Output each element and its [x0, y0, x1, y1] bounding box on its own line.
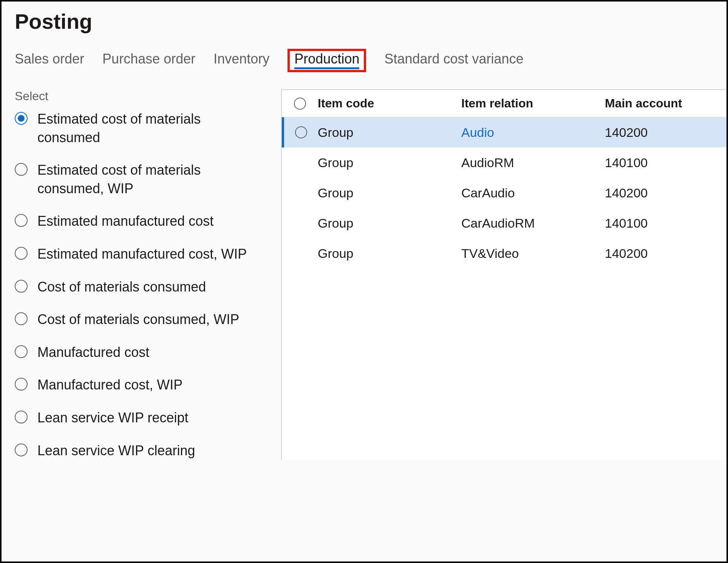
- radio-manufactured-cost[interactable]: Manufactured cost: [13, 343, 270, 362]
- cell-item-relation: CarAudioRM: [461, 216, 535, 230]
- cell-item-code: Group: [318, 246, 354, 261]
- radio-estimated-manufactured-cost-wip[interactable]: Estimated manufactured cost, WIP: [13, 245, 270, 264]
- radio-cost-materials-consumed-wip[interactable]: Cost of materials consumed, WIP: [13, 310, 270, 329]
- column-header-item-code[interactable]: Item code: [318, 96, 461, 110]
- radio-estimated-cost-materials-consumed-wip[interactable]: Estimated cost of materials consumed, WI…: [13, 161, 270, 198]
- radio-list: Estimated cost of materials consumed Est…: [13, 110, 270, 460]
- radio-label: Estimated cost of materials consumed, WI…: [37, 161, 249, 198]
- column-header-item-relation[interactable]: Item relation: [461, 96, 605, 110]
- select-all-checkbox[interactable]: [282, 98, 318, 110]
- cell-item-code: Group: [318, 155, 354, 170]
- radio-estimated-manufactured-cost[interactable]: Estimated manufactured cost: [13, 212, 270, 231]
- cell-main-account: 140100: [605, 155, 648, 170]
- cell-item-relation: CarAudio: [461, 186, 515, 200]
- radio-icon: [15, 163, 28, 176]
- grid-panel: Item code Item relation Main account Gro…: [281, 89, 726, 460]
- radio-manufactured-cost-wip[interactable]: Manufactured cost, WIP: [13, 376, 270, 394]
- circle-icon: [294, 98, 306, 110]
- cell-main-account: 140200: [605, 246, 648, 261]
- grid-row[interactable]: Group TV&Video 140200: [282, 238, 726, 268]
- radio-icon: [15, 345, 28, 358]
- cell-item-code: Group: [318, 125, 354, 140]
- grid-row[interactable]: Group Audio 140200: [282, 117, 726, 147]
- grid-header: Item code Item relation Main account: [282, 90, 726, 117]
- cell-main-account: 140200: [605, 125, 648, 140]
- radio-icon: [15, 247, 28, 260]
- tab-production[interactable]: Production: [287, 49, 366, 72]
- cell-item-code: Group: [318, 186, 354, 200]
- column-header-main-account[interactable]: Main account: [605, 96, 726, 110]
- radio-icon: [15, 280, 28, 293]
- radio-label: Lean service WIP clearing: [37, 442, 195, 460]
- radio-lean-service-wip-clearing[interactable]: Lean service WIP clearing: [13, 442, 270, 460]
- cell-main-account: 140100: [605, 216, 648, 230]
- radio-label: Estimated manufactured cost: [37, 212, 213, 231]
- circle-icon: [295, 126, 307, 138]
- radio-icon: [15, 444, 28, 456]
- radio-label: Lean service WIP receipt: [37, 409, 189, 427]
- radio-estimated-cost-materials-consumed[interactable]: Estimated cost of materials consumed: [13, 110, 270, 147]
- grid-row[interactable]: Group AudioRM 140100: [282, 147, 726, 178]
- radio-label: Manufactured cost, WIP: [37, 376, 182, 394]
- radio-label: Cost of materials consumed, WIP: [37, 310, 239, 329]
- radio-cost-materials-consumed[interactable]: Cost of materials consumed: [13, 278, 270, 296]
- tabs: Sales order Purchase order Inventory Pro…: [15, 49, 726, 72]
- tab-inventory[interactable]: Inventory: [213, 51, 269, 70]
- grid-row[interactable]: Group CarAudioRM 140100: [282, 208, 726, 238]
- tab-sales-order[interactable]: Sales order: [15, 51, 84, 70]
- radio-label: Cost of materials consumed: [37, 278, 206, 296]
- radio-label: Manufactured cost: [37, 343, 149, 362]
- radio-icon: [15, 312, 28, 325]
- select-label: Select: [15, 89, 270, 103]
- cell-item-relation: TV&Video: [461, 246, 519, 261]
- grid-row[interactable]: Group CarAudio 140200: [282, 178, 726, 208]
- cell-main-account: 140200: [605, 186, 648, 200]
- cell-item-code: Group: [318, 216, 354, 230]
- select-panel: Select Estimated cost of materials consu…: [13, 89, 270, 460]
- radio-label: Estimated manufactured cost, WIP: [37, 245, 247, 264]
- radio-icon: [15, 214, 28, 227]
- radio-icon: [15, 411, 28, 423]
- tab-standard-cost-variance[interactable]: Standard cost variance: [384, 51, 523, 70]
- cell-item-relation: AudioRM: [461, 155, 514, 170]
- radio-icon: [15, 378, 28, 391]
- page-title: Posting: [15, 9, 726, 34]
- radio-label: Estimated cost of materials consumed: [37, 110, 249, 147]
- radio-icon: [15, 112, 28, 125]
- radio-lean-service-wip-receipt[interactable]: Lean service WIP receipt: [13, 409, 270, 427]
- tab-purchase-order[interactable]: Purchase order: [102, 51, 195, 70]
- cell-item-relation: Audio: [461, 125, 494, 140]
- row-checkbox[interactable]: [284, 126, 318, 138]
